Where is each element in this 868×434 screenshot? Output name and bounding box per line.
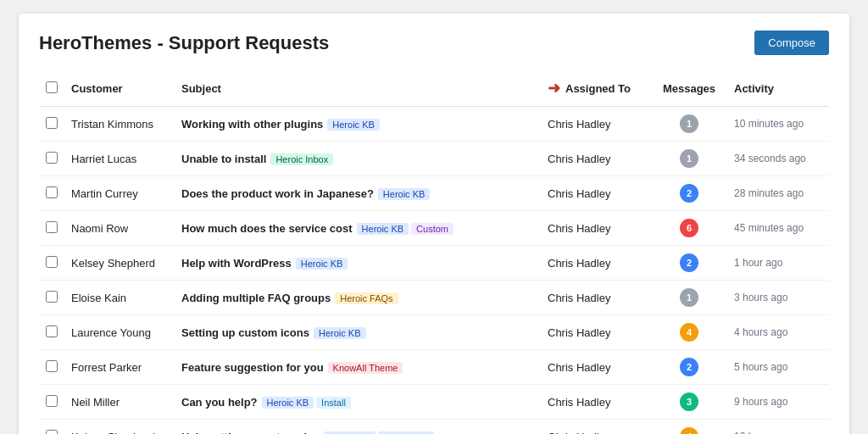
subject-text: Setting up custom icons — [181, 326, 309, 339]
row-messages: 4 — [651, 420, 727, 435]
message-badge: 2 — [680, 253, 698, 272]
row-checkbox[interactable] — [46, 117, 58, 129]
message-badge: 6 — [680, 219, 698, 237]
subject-tag: Heroic KB — [324, 431, 376, 435]
row-assigned: Chris Hadley — [541, 107, 651, 142]
row-checkbox[interactable] — [46, 395, 58, 407]
table-body: Tristan KimmonsWorking with other plugin… — [39, 107, 829, 435]
row-customer: Martin Currey — [64, 176, 175, 211]
support-requests-table: Customer Subject ➜ Assigned To Messages … — [39, 70, 829, 434]
subject-text: Help with WordPress — [181, 257, 292, 270]
subject-tag: WordPress — [378, 431, 434, 435]
row-messages: 1 — [651, 107, 727, 142]
row-customer: Forrest Parker — [64, 350, 175, 385]
table-row: Kelsey ShepherdHelp with WordPressHeroic… — [39, 246, 829, 281]
row-assigned: Chris Hadley — [541, 315, 651, 350]
subject-tag: Heroic KB — [262, 397, 314, 409]
row-customer: Eloise Kain — [64, 281, 175, 315]
row-assigned: Chris Hadley — [541, 176, 651, 211]
row-messages: 1 — [651, 142, 727, 176]
compose-button[interactable]: Compose — [754, 31, 829, 55]
subject-tag: Heroic FAQs — [335, 292, 398, 304]
row-checkbox[interactable] — [46, 221, 58, 233]
row-activity: 3 hours ago — [727, 281, 829, 315]
table-row: Martin CurreyDoes the product work in Ja… — [39, 176, 829, 211]
table-row: Eloise KainAdding multiple FAQ groupsHer… — [39, 281, 829, 315]
table-row: Kelsey ShepherdHelp setting up categorie… — [39, 420, 829, 435]
column-activity: Activity — [727, 70, 829, 107]
row-activity: 34 seconds ago — [727, 142, 829, 176]
message-badge: 4 — [680, 323, 698, 342]
subject-tag: Heroic KB — [296, 258, 348, 270]
column-assigned: ➜ Assigned To — [541, 70, 651, 107]
table-row: Laurence YoungSetting up custom iconsHer… — [39, 315, 829, 350]
column-subject: Subject — [175, 70, 541, 107]
row-activity: 4 hours ago — [727, 315, 829, 350]
row-subject: Does the product work in Japanese?Heroic… — [175, 176, 541, 211]
row-checkbox-cell — [39, 385, 64, 420]
row-customer: Kelsey Shepherd — [64, 246, 175, 281]
row-subject: Can you help?Heroic KBInstall — [175, 385, 541, 420]
row-messages: 3 — [651, 385, 727, 420]
table-row: Neil MillerCan you help?Heroic KBInstall… — [39, 385, 829, 420]
message-badge: 3 — [680, 392, 698, 411]
row-assigned: Chris Hadley — [541, 246, 651, 281]
row-checkbox-cell — [39, 107, 64, 142]
row-checkbox[interactable] — [46, 360, 58, 372]
row-checkbox-cell — [39, 142, 64, 176]
row-checkbox[interactable] — [46, 430, 58, 435]
subject-tag: Heroic KB — [357, 223, 409, 235]
row-checkbox[interactable] — [46, 326, 58, 337]
subject-text: How much does the service cost — [181, 222, 353, 235]
row-customer: Harriet Lucas — [64, 142, 175, 176]
row-customer: Laurence Young — [64, 315, 175, 350]
subject-tag: Install — [316, 397, 351, 409]
row-checkbox[interactable] — [46, 291, 58, 303]
row-customer: Kelsey Shepherd — [64, 420, 175, 435]
row-checkbox[interactable] — [46, 256, 58, 268]
row-checkbox-cell — [39, 420, 64, 435]
message-badge: 4 — [680, 427, 698, 434]
page-title: HeroThemes - Support Requests — [39, 32, 329, 54]
subject-tag: Heroic KB — [327, 119, 380, 131]
arrow-icon: ➜ — [548, 79, 560, 97]
row-activity: 28 minutes ago — [727, 176, 829, 211]
row-assigned: Chris Hadley — [541, 385, 651, 420]
row-assigned: Chris Hadley — [541, 420, 651, 435]
row-activity: 10 hours ago — [727, 420, 829, 435]
row-messages: 4 — [651, 315, 727, 350]
row-subject: Help setting up categoriesHeroic KBWordP… — [175, 420, 541, 435]
column-messages: Messages — [651, 70, 727, 107]
row-activity: 1 hour ago — [727, 246, 829, 281]
row-subject: Adding multiple FAQ groupsHeroic FAQs — [175, 281, 541, 315]
subject-tag: Heroic Inbox — [270, 153, 333, 165]
row-activity: 45 minutes ago — [727, 211, 829, 246]
row-assigned: Chris Hadley — [541, 281, 651, 315]
table-row: Naomi RowHow much does the service costH… — [39, 211, 829, 246]
row-customer: Naomi Row — [64, 211, 175, 246]
row-subject: Working with other pluginsHeroic KB — [175, 107, 541, 142]
row-checkbox-cell — [39, 281, 64, 315]
table-row: Forrest ParkerFeature suggestion for you… — [39, 350, 829, 385]
row-messages: 2 — [651, 176, 727, 211]
row-customer: Neil Miller — [64, 385, 175, 420]
subject-text: Unable to install — [181, 153, 266, 165]
row-messages: 2 — [651, 350, 727, 385]
column-customer: Customer — [64, 70, 175, 107]
table-row: Tristan KimmonsWorking with other plugin… — [39, 107, 829, 142]
message-badge: 1 — [680, 114, 698, 133]
row-messages: 2 — [651, 246, 727, 281]
row-activity: 9 hours ago — [727, 385, 829, 420]
row-checkbox[interactable] — [46, 186, 58, 198]
select-all-checkbox[interactable] — [46, 81, 58, 93]
subject-text: Does the product work in Japanese? — [181, 187, 374, 200]
table-row: Harriet LucasUnable to installHeroic Inb… — [39, 142, 829, 176]
row-checkbox-cell — [39, 176, 64, 211]
row-checkbox-cell — [39, 246, 64, 281]
row-checkbox[interactable] — [46, 152, 58, 164]
row-customer: Tristan Kimmons — [64, 107, 175, 142]
select-all-header — [39, 70, 64, 107]
row-assigned: Chris Hadley — [541, 211, 651, 246]
row-messages: 6 — [651, 211, 727, 246]
row-activity: 5 hours ago — [727, 350, 829, 385]
